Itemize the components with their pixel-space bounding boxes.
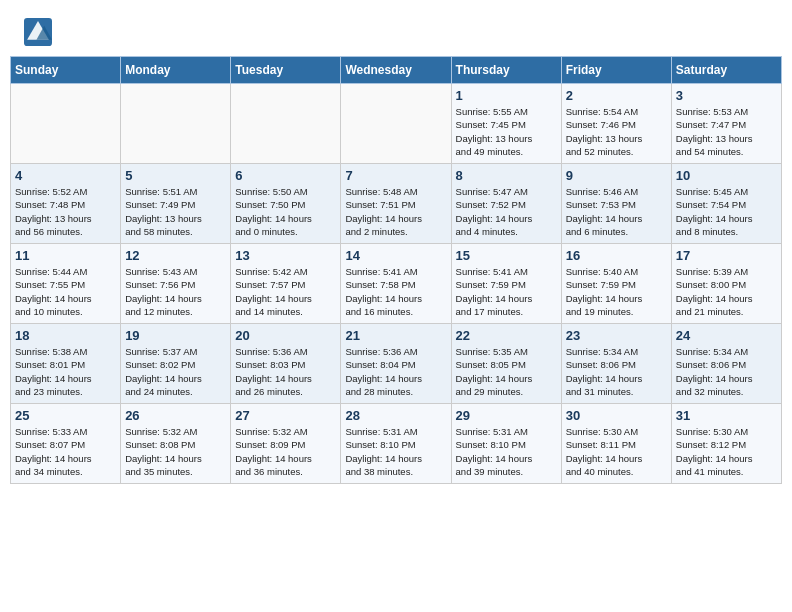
calendar-header: SundayMondayTuesdayWednesdayThursdayFrid… [11,57,782,84]
day-info: Sunrise: 5:36 AM Sunset: 8:03 PM Dayligh… [235,345,336,398]
day-number: 31 [676,408,777,423]
day-info: Sunrise: 5:34 AM Sunset: 8:06 PM Dayligh… [566,345,667,398]
day-cell: 12Sunrise: 5:43 AM Sunset: 7:56 PM Dayli… [121,244,231,324]
day-info: Sunrise: 5:55 AM Sunset: 7:45 PM Dayligh… [456,105,557,158]
weekday-header-monday: Monday [121,57,231,84]
day-number: 7 [345,168,446,183]
weekday-row: SundayMondayTuesdayWednesdayThursdayFrid… [11,57,782,84]
day-number: 26 [125,408,226,423]
logo-icon [24,18,52,46]
day-info: Sunrise: 5:42 AM Sunset: 7:57 PM Dayligh… [235,265,336,318]
day-cell: 6Sunrise: 5:50 AM Sunset: 7:50 PM Daylig… [231,164,341,244]
day-info: Sunrise: 5:35 AM Sunset: 8:05 PM Dayligh… [456,345,557,398]
day-info: Sunrise: 5:32 AM Sunset: 8:09 PM Dayligh… [235,425,336,478]
day-cell [11,84,121,164]
day-info: Sunrise: 5:31 AM Sunset: 8:10 PM Dayligh… [456,425,557,478]
day-cell: 3Sunrise: 5:53 AM Sunset: 7:47 PM Daylig… [671,84,781,164]
day-cell: 18Sunrise: 5:38 AM Sunset: 8:01 PM Dayli… [11,324,121,404]
day-cell: 5Sunrise: 5:51 AM Sunset: 7:49 PM Daylig… [121,164,231,244]
day-info: Sunrise: 5:50 AM Sunset: 7:50 PM Dayligh… [235,185,336,238]
day-number: 22 [456,328,557,343]
day-cell: 27Sunrise: 5:32 AM Sunset: 8:09 PM Dayli… [231,404,341,484]
day-info: Sunrise: 5:54 AM Sunset: 7:46 PM Dayligh… [566,105,667,158]
day-cell [341,84,451,164]
day-number: 25 [15,408,116,423]
day-info: Sunrise: 5:48 AM Sunset: 7:51 PM Dayligh… [345,185,446,238]
day-number: 2 [566,88,667,103]
day-info: Sunrise: 5:40 AM Sunset: 7:59 PM Dayligh… [566,265,667,318]
day-cell: 9Sunrise: 5:46 AM Sunset: 7:53 PM Daylig… [561,164,671,244]
day-number: 4 [15,168,116,183]
day-cell: 11Sunrise: 5:44 AM Sunset: 7:55 PM Dayli… [11,244,121,324]
day-cell: 7Sunrise: 5:48 AM Sunset: 7:51 PM Daylig… [341,164,451,244]
day-number: 1 [456,88,557,103]
weekday-header-sunday: Sunday [11,57,121,84]
day-cell: 17Sunrise: 5:39 AM Sunset: 8:00 PM Dayli… [671,244,781,324]
day-info: Sunrise: 5:37 AM Sunset: 8:02 PM Dayligh… [125,345,226,398]
day-number: 29 [456,408,557,423]
day-cell: 30Sunrise: 5:30 AM Sunset: 8:11 PM Dayli… [561,404,671,484]
week-row-5: 25Sunrise: 5:33 AM Sunset: 8:07 PM Dayli… [11,404,782,484]
day-number: 5 [125,168,226,183]
day-cell: 14Sunrise: 5:41 AM Sunset: 7:58 PM Dayli… [341,244,451,324]
day-number: 19 [125,328,226,343]
day-cell: 13Sunrise: 5:42 AM Sunset: 7:57 PM Dayli… [231,244,341,324]
day-cell: 20Sunrise: 5:36 AM Sunset: 8:03 PM Dayli… [231,324,341,404]
day-cell: 2Sunrise: 5:54 AM Sunset: 7:46 PM Daylig… [561,84,671,164]
day-cell: 25Sunrise: 5:33 AM Sunset: 8:07 PM Dayli… [11,404,121,484]
day-info: Sunrise: 5:39 AM Sunset: 8:00 PM Dayligh… [676,265,777,318]
day-number: 14 [345,248,446,263]
day-number: 20 [235,328,336,343]
weekday-header-saturday: Saturday [671,57,781,84]
day-number: 27 [235,408,336,423]
day-info: Sunrise: 5:44 AM Sunset: 7:55 PM Dayligh… [15,265,116,318]
calendar-body: 1Sunrise: 5:55 AM Sunset: 7:45 PM Daylig… [11,84,782,484]
day-cell: 1Sunrise: 5:55 AM Sunset: 7:45 PM Daylig… [451,84,561,164]
page-header [0,0,792,56]
day-number: 30 [566,408,667,423]
day-cell: 26Sunrise: 5:32 AM Sunset: 8:08 PM Dayli… [121,404,231,484]
day-number: 18 [15,328,116,343]
day-info: Sunrise: 5:32 AM Sunset: 8:08 PM Dayligh… [125,425,226,478]
week-row-2: 4Sunrise: 5:52 AM Sunset: 7:48 PM Daylig… [11,164,782,244]
day-cell: 4Sunrise: 5:52 AM Sunset: 7:48 PM Daylig… [11,164,121,244]
day-info: Sunrise: 5:41 AM Sunset: 7:59 PM Dayligh… [456,265,557,318]
weekday-header-tuesday: Tuesday [231,57,341,84]
day-cell: 15Sunrise: 5:41 AM Sunset: 7:59 PM Dayli… [451,244,561,324]
week-row-4: 18Sunrise: 5:38 AM Sunset: 8:01 PM Dayli… [11,324,782,404]
week-row-3: 11Sunrise: 5:44 AM Sunset: 7:55 PM Dayli… [11,244,782,324]
day-info: Sunrise: 5:45 AM Sunset: 7:54 PM Dayligh… [676,185,777,238]
day-number: 11 [15,248,116,263]
day-number: 9 [566,168,667,183]
day-number: 23 [566,328,667,343]
day-cell [231,84,341,164]
day-number: 24 [676,328,777,343]
day-number: 8 [456,168,557,183]
day-info: Sunrise: 5:31 AM Sunset: 8:10 PM Dayligh… [345,425,446,478]
day-info: Sunrise: 5:30 AM Sunset: 8:11 PM Dayligh… [566,425,667,478]
day-cell: 21Sunrise: 5:36 AM Sunset: 8:04 PM Dayli… [341,324,451,404]
day-cell: 23Sunrise: 5:34 AM Sunset: 8:06 PM Dayli… [561,324,671,404]
day-info: Sunrise: 5:47 AM Sunset: 7:52 PM Dayligh… [456,185,557,238]
day-number: 21 [345,328,446,343]
day-cell [121,84,231,164]
day-cell: 16Sunrise: 5:40 AM Sunset: 7:59 PM Dayli… [561,244,671,324]
day-info: Sunrise: 5:34 AM Sunset: 8:06 PM Dayligh… [676,345,777,398]
day-cell: 31Sunrise: 5:30 AM Sunset: 8:12 PM Dayli… [671,404,781,484]
day-info: Sunrise: 5:41 AM Sunset: 7:58 PM Dayligh… [345,265,446,318]
day-info: Sunrise: 5:43 AM Sunset: 7:56 PM Dayligh… [125,265,226,318]
day-info: Sunrise: 5:51 AM Sunset: 7:49 PM Dayligh… [125,185,226,238]
calendar-table: SundayMondayTuesdayWednesdayThursdayFrid… [10,56,782,484]
weekday-header-wednesday: Wednesday [341,57,451,84]
day-cell: 24Sunrise: 5:34 AM Sunset: 8:06 PM Dayli… [671,324,781,404]
day-info: Sunrise: 5:38 AM Sunset: 8:01 PM Dayligh… [15,345,116,398]
day-number: 17 [676,248,777,263]
day-info: Sunrise: 5:33 AM Sunset: 8:07 PM Dayligh… [15,425,116,478]
day-info: Sunrise: 5:53 AM Sunset: 7:47 PM Dayligh… [676,105,777,158]
day-cell: 29Sunrise: 5:31 AM Sunset: 8:10 PM Dayli… [451,404,561,484]
day-cell: 19Sunrise: 5:37 AM Sunset: 8:02 PM Dayli… [121,324,231,404]
day-number: 15 [456,248,557,263]
day-cell: 10Sunrise: 5:45 AM Sunset: 7:54 PM Dayli… [671,164,781,244]
day-number: 3 [676,88,777,103]
logo [24,18,54,46]
